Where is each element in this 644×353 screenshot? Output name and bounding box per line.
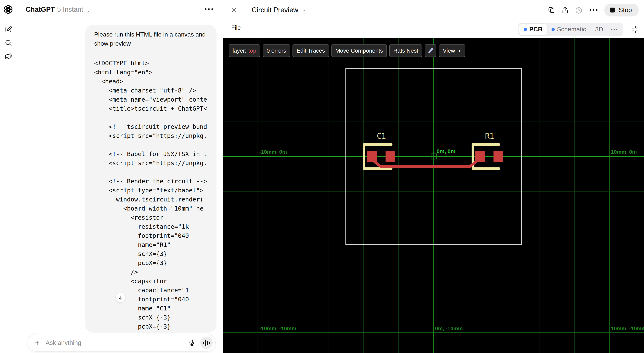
pcb-scene: C1 R1 0m, 0m -10mm, 0m 10mm, 0m -10mm, -… <box>223 38 644 353</box>
search-icon[interactable] <box>4 39 12 47</box>
code-line: <!DOCTYPE html> <box>94 59 208 68</box>
code-line: <html lang="en"> <box>94 68 208 77</box>
grid-label-right-bottom: 10mm, -10mm <box>611 325 644 331</box>
chevron-down-icon <box>302 8 306 13</box>
move-components-label: Move Components <box>336 48 383 54</box>
stop-button[interactable]: Stop <box>604 4 639 17</box>
chat-header: ChatGPT 5 Instant <box>18 0 223 19</box>
pencil-tool-button[interactable] <box>425 45 436 57</box>
code-line: window.tscircuit.render( <box>94 195 208 204</box>
tab-3d[interactable]: 3D <box>591 23 608 36</box>
rats-nest-button[interactable]: Rats Nest <box>389 45 422 57</box>
code-line: <script src="https://unpkg.com <box>94 159 208 168</box>
code-line: name="R1" <box>94 240 208 249</box>
grid-label-right-mid: 10mm, 0m <box>611 149 637 155</box>
code-line: pcbX={-3} <box>94 322 208 331</box>
composer <box>28 334 216 351</box>
c1-pad-1 <box>368 151 377 162</box>
view-menu-button[interactable]: View ▼ <box>439 45 465 57</box>
view-label: View <box>443 48 455 54</box>
canvas-header: Circuit Preview <box>223 0 644 20</box>
canvas-panel: Circuit Preview <box>223 0 644 353</box>
chat-options-icon[interactable] <box>205 8 213 10</box>
layer-selector-button[interactable]: layer: top <box>228 45 260 57</box>
voice-mode-button[interactable] <box>200 336 213 349</box>
chevron-down-icon <box>86 8 90 12</box>
canvas-title-menu[interactable]: Circuit Preview <box>252 6 306 14</box>
code-line: <!-- tscircuit preview bundle <box>94 122 208 131</box>
code-line: <meta name="viewport" content= <box>94 95 208 104</box>
code-line: <!-- Babel for JSX/TSX in the <box>94 149 208 159</box>
message-code-block: <!DOCTYPE html><html lang="en"> <head> <… <box>94 59 208 332</box>
code-line: <meta charset="utf-8" /> <box>94 86 208 95</box>
code-line: schX={3} <box>94 249 208 258</box>
copy-icon[interactable] <box>548 6 556 14</box>
mini-sidebar <box>0 0 18 353</box>
move-components-button[interactable]: Move Components <box>332 45 387 57</box>
code-line: <board width="10mm" he <box>94 204 208 213</box>
component-c1[interactable]: C1 <box>364 132 395 169</box>
code-line: <script type="text/babel"> <box>94 186 208 195</box>
history-icon[interactable] <box>575 6 583 14</box>
edit-traces-button[interactable]: Edit Traces <box>292 45 329 57</box>
origin-coordinate-label: 0m, 0m <box>436 148 456 154</box>
library-icon[interactable] <box>4 53 12 60</box>
code-line: resistance="1k <box>94 222 208 231</box>
chat-input[interactable] <box>46 339 188 346</box>
caret-down-icon: ▼ <box>458 49 462 53</box>
scroll-to-bottom-button[interactable] <box>115 293 125 302</box>
share-icon[interactable] <box>561 6 569 14</box>
message-line: Please run this HTML file in a canvas an… <box>94 30 208 39</box>
code-line: <!-- Render the circuit --> <box>94 177 208 186</box>
file-menu[interactable]: File <box>231 25 241 31</box>
message-line: show preview <box>94 39 208 48</box>
errors-button[interactable]: 0 errors <box>263 45 290 57</box>
blue-dot-icon <box>552 28 555 31</box>
code-line <box>94 140 208 149</box>
code-line: name="C1" <box>94 304 208 313</box>
attach-plus-icon[interactable] <box>34 339 41 346</box>
pcb-toolbar: layer: top 0 errors Edit Traces Move Com… <box>228 45 465 57</box>
microphone-icon[interactable] <box>188 339 195 346</box>
tab-schematic[interactable]: Schematic <box>547 23 591 36</box>
code-line: <resistor <box>94 213 208 222</box>
more-options-icon[interactable] <box>590 9 598 11</box>
tab-3d-label: 3D <box>595 26 603 33</box>
view-tabs: PCB Schematic 3D <box>518 23 623 36</box>
code-line: <capacitor <box>94 277 208 286</box>
canvas-title: Circuit Preview <box>252 6 298 14</box>
r1-label: R1 <box>485 132 494 140</box>
code-line: pcbX={3} <box>94 258 208 267</box>
stop-label: Stop <box>619 6 632 14</box>
pcb-canvas[interactable]: C1 R1 0m, 0m -10mm, 0m 10mm, 0m -10mm, -… <box>223 38 644 353</box>
close-icon[interactable] <box>230 7 237 13</box>
new-chat-icon[interactable] <box>4 26 12 33</box>
collapse-icon[interactable] <box>630 25 639 34</box>
errors-label: 0 errors <box>266 48 286 54</box>
code-line <box>94 168 208 177</box>
canvas-actions: Stop <box>548 0 639 20</box>
code-line: <title>tscircuit + ChatGPT</ti <box>94 104 208 113</box>
code-line: /> <box>94 331 208 332</box>
code-line: schX={-3} <box>94 313 208 322</box>
code-line: capacitance="1 <box>94 286 208 295</box>
user-message-bubble: Please run this HTML file in a canvas an… <box>85 25 216 332</box>
message-text: Please run this HTML file in a canvas an… <box>94 30 208 48</box>
code-line: <head> <box>94 77 208 86</box>
code-line: /> <box>94 267 208 277</box>
code-line: footprint="040 <box>94 295 208 304</box>
grid-label-left-bottom: -10mm, -10mm <box>259 325 296 331</box>
component-r1[interactable]: R1 <box>473 132 503 169</box>
code-line <box>94 113 208 122</box>
canvas-menubar: File PCB Schematic 3D <box>223 20 644 38</box>
chatgpt-logo-icon[interactable] <box>4 5 13 14</box>
grid-label-left-mid: -10mm, 0m <box>259 149 287 155</box>
tab-pcb[interactable]: PCB <box>519 24 547 35</box>
down-arrow-icon <box>118 295 123 300</box>
r1-pad-2 <box>494 151 503 162</box>
model-name: 5 Instant <box>57 6 83 14</box>
tabs-overflow-icon[interactable] <box>608 29 620 30</box>
model-selector[interactable]: ChatGPT 5 Instant <box>26 6 90 14</box>
waveform-icon <box>203 342 204 344</box>
code-line: <script src="https://unpkg.com <box>94 131 208 140</box>
